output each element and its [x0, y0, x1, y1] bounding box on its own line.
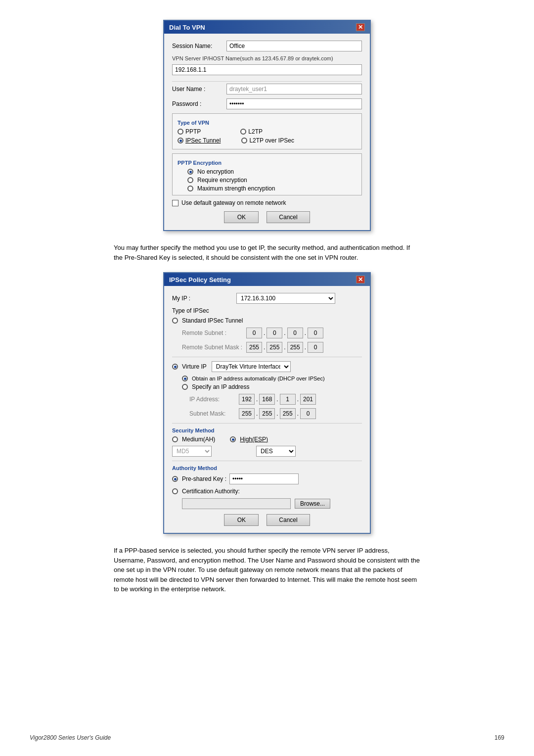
vpn-server-ip-input[interactable]: [172, 64, 362, 75]
remote-subnet-mask-label: Remote Subnet Mask :: [182, 344, 246, 351]
remote-mask-seg4[interactable]: [308, 342, 323, 353]
dialog-title-dial-vpn: Dial To VPN: [169, 24, 205, 31]
l2tp-ipsec-radio[interactable]: [241, 138, 247, 143]
virture-ip-radio[interactable]: [172, 364, 178, 370]
standard-tunnel-option[interactable]: Standard IPSec Tunnel: [172, 317, 243, 324]
remote-subnet-seg3[interactable]: [287, 328, 303, 338]
ipsec-radio[interactable]: [178, 138, 183, 143]
virture-ip-option[interactable]: Virture IP: [172, 363, 207, 370]
default-gateway-label: Use default gateway on remote network: [181, 199, 286, 206]
footer-page-number: 169: [494, 734, 504, 741]
remote-subnet-seg2[interactable]: [267, 328, 282, 338]
username-input[interactable]: [226, 84, 362, 94]
vpn-l2tp-option[interactable]: L2TP: [240, 128, 263, 135]
ipsec-close-icon[interactable]: ✕: [356, 276, 365, 284]
my-ip-label: My IP :: [172, 295, 236, 302]
close-icon[interactable]: ✕: [356, 23, 365, 31]
subnet-seg1[interactable]: [239, 408, 255, 419]
cert-auth-input-row: Browse...: [172, 498, 362, 509]
my-ip-select[interactable]: 172.16.3.100: [236, 293, 335, 304]
cert-auth-input[interactable]: [182, 498, 291, 509]
pptp-encryption-section: PPTP Encryption No encryption Require en…: [172, 153, 362, 195]
medium-ah-option[interactable]: Medium(AH): [172, 436, 215, 443]
dial-vpn-ok-button[interactable]: OK: [224, 211, 259, 223]
pre-shared-key-option[interactable]: Pre-shared Key :: [172, 475, 226, 482]
ipsec-cancel-button[interactable]: Cancel: [267, 514, 310, 526]
specify-ip-row: Specify an IP address: [172, 383, 362, 390]
dial-to-vpn-dialog: Dial To VPN ✕ Session Name: VPN Server I…: [163, 20, 371, 231]
standard-tunnel-radio[interactable]: [172, 318, 178, 324]
ipsec-label: IPSec Tunnel: [185, 137, 221, 144]
ipsec-button-row: OK Cancel: [172, 514, 362, 526]
l2tp-radio[interactable]: [240, 129, 246, 135]
ip-addr-seg1[interactable]: [239, 394, 255, 405]
remote-mask-seg3[interactable]: [287, 342, 303, 353]
type-of-ipsec-label: Type of IPSec: [172, 307, 362, 314]
ipsec-ok-button[interactable]: OK: [224, 514, 259, 526]
pptp-radio[interactable]: [178, 129, 183, 135]
virture-ip-interface-select[interactable]: DrayTek Virture Interface: [212, 361, 291, 372]
specify-ip-radio[interactable]: [182, 384, 188, 390]
cert-auth-row: Certification Authority:: [172, 488, 362, 495]
require-encryption-option[interactable]: Require encryption: [178, 177, 356, 184]
medium-ah-label: Medium(AH): [182, 436, 215, 443]
no-encryption-option[interactable]: No encryption: [178, 168, 356, 175]
ip-addr-seg2[interactable]: [259, 394, 275, 405]
medium-algo-select[interactable]: MD5: [172, 446, 212, 457]
max-encryption-label: Maximum strength encryption: [197, 185, 275, 192]
vpn-type-row2: IPSec Tunnel L2TP over IPSec: [178, 137, 356, 144]
body-text-1: You may further specify the method you u…: [114, 243, 420, 262]
subnet-seg3[interactable]: [280, 408, 296, 419]
no-encryption-radio[interactable]: [187, 169, 193, 175]
password-input[interactable]: [226, 98, 362, 109]
medium-ah-radio[interactable]: [172, 436, 178, 442]
require-encryption-label: Require encryption: [197, 177, 247, 184]
max-encryption-radio[interactable]: [187, 186, 193, 191]
default-gateway-checkbox[interactable]: [172, 200, 178, 206]
dial-vpn-cancel-button[interactable]: Cancel: [267, 211, 310, 223]
subnet-mask-field: . . .: [239, 408, 316, 419]
subnet-seg2[interactable]: [259, 408, 275, 419]
username-label: User Name :: [172, 86, 226, 93]
subnet-seg4[interactable]: [300, 408, 316, 419]
vpn-type-row1: PPTP L2TP: [178, 128, 356, 135]
session-name-input[interactable]: [226, 41, 362, 51]
pre-shared-key-radio[interactable]: [172, 476, 178, 482]
high-esp-option[interactable]: High(ESP): [230, 436, 268, 443]
vpn-ipsec-option[interactable]: IPSec Tunnel: [178, 137, 221, 144]
standard-tunnel-row: Standard IPSec Tunnel: [172, 317, 362, 324]
my-ip-row: My IP : 172.16.3.100: [172, 293, 362, 304]
browse-button[interactable]: Browse...: [295, 499, 330, 509]
ipsec-policy-dialog: IPSec Policy Setting ✕ My IP : 172.16.3.…: [163, 272, 371, 534]
high-algo-select[interactable]: DES: [256, 446, 296, 457]
remote-mask-seg1[interactable]: [246, 342, 262, 353]
remote-subnet-seg4[interactable]: [308, 328, 323, 338]
dialog-titlebar-dial-vpn: Dial To VPN ✕: [164, 21, 370, 34]
type-of-vpn-section: Type of VPN PPTP L2TP IPSec Tunnel: [172, 113, 362, 149]
ip-addr-seg4[interactable]: [300, 394, 316, 405]
ip-addr-seg3[interactable]: [280, 394, 296, 405]
obtain-auto-option[interactable]: Obtain an IP address automatically (DHCP…: [182, 376, 325, 381]
no-encryption-label: No encryption: [197, 168, 234, 175]
cert-auth-radio[interactable]: [172, 488, 178, 494]
obtain-auto-radio[interactable]: [182, 376, 188, 381]
pre-shared-key-label: Pre-shared Key :: [182, 475, 226, 482]
default-gateway-row[interactable]: Use default gateway on remote network: [172, 199, 362, 206]
virture-ip-label: Virture IP: [182, 363, 207, 370]
max-encryption-option[interactable]: Maximum strength encryption: [178, 185, 356, 192]
password-row: Password :: [172, 98, 362, 109]
ip-address-row: IP Address: . . .: [172, 394, 362, 405]
dialog-title-ipsec: IPSec Policy Setting: [169, 276, 231, 284]
cert-auth-option[interactable]: Certification Authority:: [172, 488, 240, 495]
footer-left: Vigor2800 Series User's Guide: [30, 734, 111, 741]
remote-subnet-mask-ip-field: . . .: [246, 342, 323, 353]
pre-shared-key-input[interactable]: [229, 473, 299, 484]
vpn-pptp-option[interactable]: PPTP: [178, 128, 201, 135]
require-encryption-radio[interactable]: [187, 177, 193, 183]
remote-subnet-seg1[interactable]: [246, 328, 262, 338]
vpn-l2tp-ipsec-option[interactable]: L2TP over IPSec: [241, 137, 294, 144]
high-esp-radio[interactable]: [230, 436, 236, 442]
specify-ip-option[interactable]: Specify an IP address: [182, 383, 250, 390]
username-row: User Name :: [172, 84, 362, 94]
remote-mask-seg2[interactable]: [267, 342, 282, 353]
